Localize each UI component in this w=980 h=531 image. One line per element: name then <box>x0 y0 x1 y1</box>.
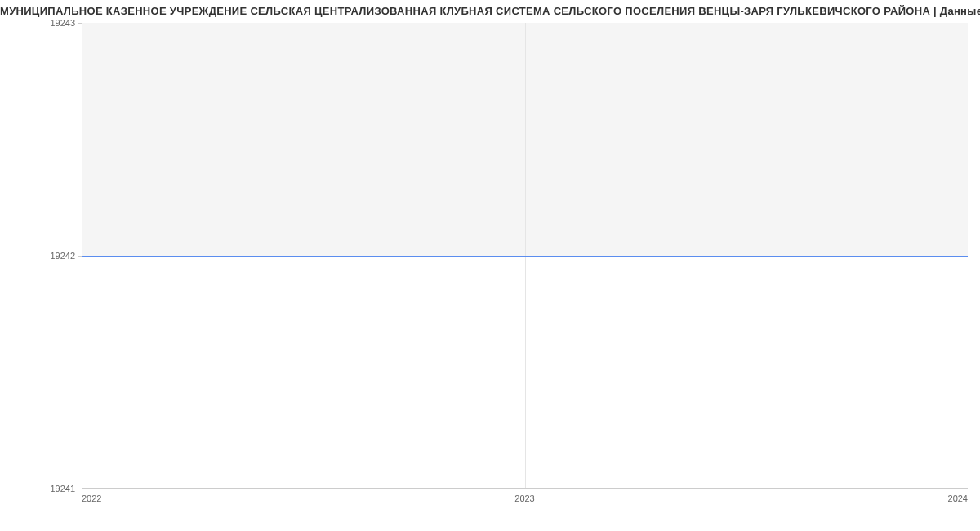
x-tick-label: 2023 <box>514 493 534 503</box>
y-tick-mark <box>78 256 82 257</box>
x-tick-label: 2024 <box>948 493 968 503</box>
y-tick-label: 19241 <box>50 484 75 493</box>
chart-plot: 19243 19242 19241 2022 2023 2024 <box>82 23 968 489</box>
chart-title: МУНИЦИПАЛЬНОЕ КАЗЕННОЕ УЧРЕЖДЕНИЕ СЕЛЬСК… <box>0 0 980 24</box>
y-tick-mark <box>78 23 82 24</box>
y-tick-label: 19242 <box>50 251 75 261</box>
x-tick-label: 2022 <box>82 493 101 503</box>
series-line <box>82 256 968 257</box>
y-axis <box>82 23 82 489</box>
x-axis <box>82 488 968 489</box>
y-tick-mark <box>78 489 82 489</box>
plot-area <box>82 23 968 489</box>
y-tick-label: 19243 <box>50 18 75 28</box>
